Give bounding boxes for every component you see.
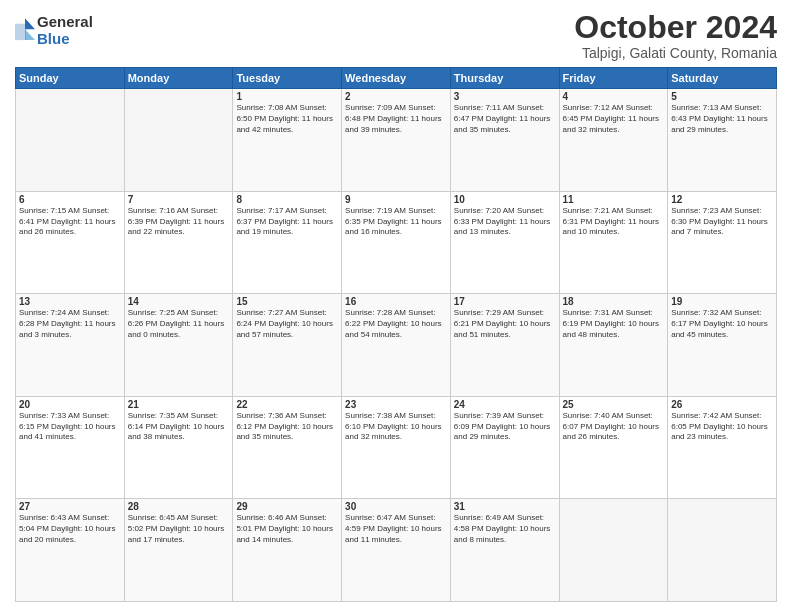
- calendar-week-row: 1Sunrise: 7:08 AM Sunset: 6:50 PM Daylig…: [16, 89, 777, 192]
- day-number: 27: [19, 501, 121, 512]
- day-number: 25: [563, 399, 665, 410]
- day-info: Sunrise: 7:40 AM Sunset: 6:07 PM Dayligh…: [563, 411, 665, 443]
- day-info: Sunrise: 6:46 AM Sunset: 5:01 PM Dayligh…: [236, 513, 338, 545]
- day-info: Sunrise: 7:35 AM Sunset: 6:14 PM Dayligh…: [128, 411, 230, 443]
- calendar-day-header: Wednesday: [342, 68, 451, 89]
- logo-text: General Blue: [37, 14, 93, 47]
- day-info: Sunrise: 7:16 AM Sunset: 6:39 PM Dayligh…: [128, 206, 230, 238]
- calendar-cell: 9Sunrise: 7:19 AM Sunset: 6:35 PM Daylig…: [342, 191, 451, 294]
- calendar-cell: 31Sunrise: 6:49 AM Sunset: 4:58 PM Dayli…: [450, 499, 559, 602]
- calendar-cell: 15Sunrise: 7:27 AM Sunset: 6:24 PM Dayli…: [233, 294, 342, 397]
- calendar-week-row: 6Sunrise: 7:15 AM Sunset: 6:41 PM Daylig…: [16, 191, 777, 294]
- calendar-cell: 25Sunrise: 7:40 AM Sunset: 6:07 PM Dayli…: [559, 396, 668, 499]
- calendar-cell: 12Sunrise: 7:23 AM Sunset: 6:30 PM Dayli…: [668, 191, 777, 294]
- day-number: 16: [345, 296, 447, 307]
- day-info: Sunrise: 7:28 AM Sunset: 6:22 PM Dayligh…: [345, 308, 447, 340]
- logo: General Blue: [15, 14, 93, 47]
- day-number: 9: [345, 194, 447, 205]
- calendar-day-header: Tuesday: [233, 68, 342, 89]
- day-number: 10: [454, 194, 556, 205]
- day-number: 3: [454, 91, 556, 102]
- day-number: 8: [236, 194, 338, 205]
- header: General Blue October 2024 Talpigi, Galat…: [15, 10, 777, 61]
- calendar-cell: 22Sunrise: 7:36 AM Sunset: 6:12 PM Dayli…: [233, 396, 342, 499]
- calendar-cell: [16, 89, 125, 192]
- calendar-cell: 29Sunrise: 6:46 AM Sunset: 5:01 PM Dayli…: [233, 499, 342, 602]
- day-info: Sunrise: 7:19 AM Sunset: 6:35 PM Dayligh…: [345, 206, 447, 238]
- day-number: 2: [345, 91, 447, 102]
- calendar-day-header: Thursday: [450, 68, 559, 89]
- day-number: 30: [345, 501, 447, 512]
- calendar-cell: 28Sunrise: 6:45 AM Sunset: 5:02 PM Dayli…: [124, 499, 233, 602]
- day-number: 7: [128, 194, 230, 205]
- calendar-cell: [124, 89, 233, 192]
- day-number: 21: [128, 399, 230, 410]
- calendar-week-row: 13Sunrise: 7:24 AM Sunset: 6:28 PM Dayli…: [16, 294, 777, 397]
- calendar-cell: 10Sunrise: 7:20 AM Sunset: 6:33 PM Dayli…: [450, 191, 559, 294]
- calendar-week-row: 20Sunrise: 7:33 AM Sunset: 6:15 PM Dayli…: [16, 396, 777, 499]
- day-info: Sunrise: 7:12 AM Sunset: 6:45 PM Dayligh…: [563, 103, 665, 135]
- day-number: 29: [236, 501, 338, 512]
- day-number: 14: [128, 296, 230, 307]
- day-info: Sunrise: 7:38 AM Sunset: 6:10 PM Dayligh…: [345, 411, 447, 443]
- calendar-day-header: Friday: [559, 68, 668, 89]
- day-number: 4: [563, 91, 665, 102]
- day-info: Sunrise: 7:31 AM Sunset: 6:19 PM Dayligh…: [563, 308, 665, 340]
- day-number: 24: [454, 399, 556, 410]
- calendar-cell: 30Sunrise: 6:47 AM Sunset: 4:59 PM Dayli…: [342, 499, 451, 602]
- day-number: 17: [454, 296, 556, 307]
- calendar-cell: 20Sunrise: 7:33 AM Sunset: 6:15 PM Dayli…: [16, 396, 125, 499]
- day-info: Sunrise: 7:23 AM Sunset: 6:30 PM Dayligh…: [671, 206, 773, 238]
- day-info: Sunrise: 7:20 AM Sunset: 6:33 PM Dayligh…: [454, 206, 556, 238]
- day-info: Sunrise: 7:08 AM Sunset: 6:50 PM Dayligh…: [236, 103, 338, 135]
- calendar-cell: 24Sunrise: 7:39 AM Sunset: 6:09 PM Dayli…: [450, 396, 559, 499]
- calendar-cell: 23Sunrise: 7:38 AM Sunset: 6:10 PM Dayli…: [342, 396, 451, 499]
- day-number: 5: [671, 91, 773, 102]
- day-number: 11: [563, 194, 665, 205]
- calendar-cell: 5Sunrise: 7:13 AM Sunset: 6:43 PM Daylig…: [668, 89, 777, 192]
- day-info: Sunrise: 7:25 AM Sunset: 6:26 PM Dayligh…: [128, 308, 230, 340]
- calendar-cell: 11Sunrise: 7:21 AM Sunset: 6:31 PM Dayli…: [559, 191, 668, 294]
- calendar-cell: 21Sunrise: 7:35 AM Sunset: 6:14 PM Dayli…: [124, 396, 233, 499]
- day-info: Sunrise: 7:24 AM Sunset: 6:28 PM Dayligh…: [19, 308, 121, 340]
- calendar-cell: 16Sunrise: 7:28 AM Sunset: 6:22 PM Dayli…: [342, 294, 451, 397]
- calendar-cell: 17Sunrise: 7:29 AM Sunset: 6:21 PM Dayli…: [450, 294, 559, 397]
- day-info: Sunrise: 7:39 AM Sunset: 6:09 PM Dayligh…: [454, 411, 556, 443]
- calendar-table: SundayMondayTuesdayWednesdayThursdayFrid…: [15, 67, 777, 602]
- page: General Blue October 2024 Talpigi, Galat…: [0, 0, 792, 612]
- svg-marker-0: [25, 18, 35, 29]
- calendar-cell: [668, 499, 777, 602]
- month-title: October 2024: [574, 10, 777, 45]
- day-info: Sunrise: 7:32 AM Sunset: 6:17 PM Dayligh…: [671, 308, 773, 340]
- calendar-cell: 14Sunrise: 7:25 AM Sunset: 6:26 PM Dayli…: [124, 294, 233, 397]
- day-number: 1: [236, 91, 338, 102]
- calendar-cell: [559, 499, 668, 602]
- logo-icon: [15, 16, 35, 46]
- calendar-day-header: Sunday: [16, 68, 125, 89]
- calendar-week-row: 27Sunrise: 6:43 AM Sunset: 5:04 PM Dayli…: [16, 499, 777, 602]
- svg-marker-1: [25, 29, 35, 40]
- day-info: Sunrise: 7:33 AM Sunset: 6:15 PM Dayligh…: [19, 411, 121, 443]
- calendar-cell: 13Sunrise: 7:24 AM Sunset: 6:28 PM Dayli…: [16, 294, 125, 397]
- day-info: Sunrise: 6:49 AM Sunset: 4:58 PM Dayligh…: [454, 513, 556, 545]
- day-number: 13: [19, 296, 121, 307]
- logo-blue: Blue: [37, 31, 93, 48]
- calendar-cell: 3Sunrise: 7:11 AM Sunset: 6:47 PM Daylig…: [450, 89, 559, 192]
- day-info: Sunrise: 7:29 AM Sunset: 6:21 PM Dayligh…: [454, 308, 556, 340]
- calendar-cell: 2Sunrise: 7:09 AM Sunset: 6:48 PM Daylig…: [342, 89, 451, 192]
- day-number: 20: [19, 399, 121, 410]
- calendar-cell: 4Sunrise: 7:12 AM Sunset: 6:45 PM Daylig…: [559, 89, 668, 192]
- calendar-day-header: Monday: [124, 68, 233, 89]
- day-number: 19: [671, 296, 773, 307]
- location: Talpigi, Galati County, Romania: [574, 45, 777, 61]
- calendar-cell: 26Sunrise: 7:42 AM Sunset: 6:05 PM Dayli…: [668, 396, 777, 499]
- calendar-cell: 8Sunrise: 7:17 AM Sunset: 6:37 PM Daylig…: [233, 191, 342, 294]
- day-number: 22: [236, 399, 338, 410]
- day-info: Sunrise: 7:15 AM Sunset: 6:41 PM Dayligh…: [19, 206, 121, 238]
- day-info: Sunrise: 7:27 AM Sunset: 6:24 PM Dayligh…: [236, 308, 338, 340]
- day-number: 28: [128, 501, 230, 512]
- calendar-cell: 6Sunrise: 7:15 AM Sunset: 6:41 PM Daylig…: [16, 191, 125, 294]
- day-info: Sunrise: 7:36 AM Sunset: 6:12 PM Dayligh…: [236, 411, 338, 443]
- calendar-cell: 1Sunrise: 7:08 AM Sunset: 6:50 PM Daylig…: [233, 89, 342, 192]
- day-number: 15: [236, 296, 338, 307]
